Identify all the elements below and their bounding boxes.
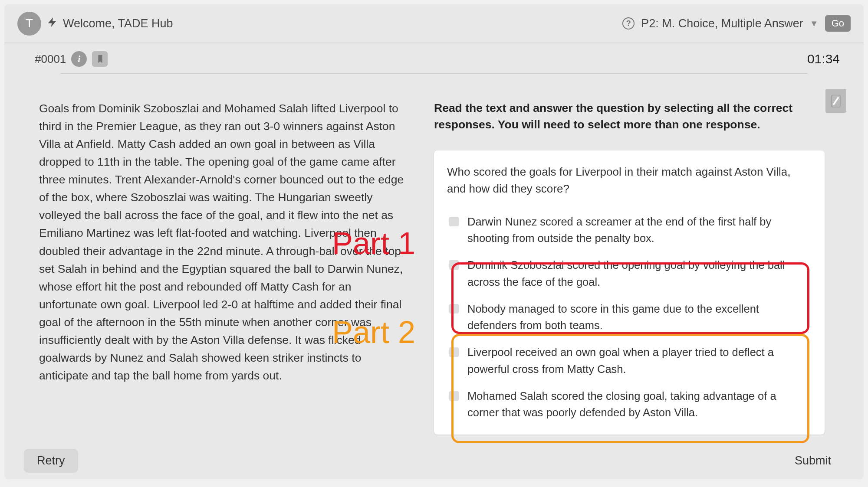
option-row[interactable]: Nobody managed to score in this game due… xyxy=(447,295,812,339)
question-id: #0001 xyxy=(35,52,66,66)
question-column: Read the text and answer the question by… xyxy=(434,100,838,435)
svg-marker-0 xyxy=(49,19,56,26)
checkbox[interactable] xyxy=(449,217,459,226)
instruction-text: Read the text and answer the question by… xyxy=(434,100,825,133)
timer: 01:34 xyxy=(807,52,840,66)
question-card: Who scored the goals for Liverpool in th… xyxy=(434,150,825,435)
checkbox[interactable] xyxy=(449,260,459,270)
passage-column: Goals from Dominik Szoboszlai and Mohame… xyxy=(39,100,412,435)
footer-bar: Retry Submit xyxy=(4,449,864,473)
submit-button[interactable]: Submit xyxy=(782,449,844,473)
option-row[interactable]: Darwin Nunez scored a screamer at the en… xyxy=(447,208,812,252)
question-text: Who scored the goals for Liverpool in th… xyxy=(447,163,812,197)
section-dropdown-label[interactable]: P2: M. Choice, Multiple Answer xyxy=(641,17,803,30)
info-icon[interactable]: i xyxy=(71,51,87,67)
option-text: Darwin Nunez scored a screamer at the en… xyxy=(467,213,809,247)
option-text: Liverpool received an own goal when a pl… xyxy=(467,344,809,377)
help-icon[interactable]: ? xyxy=(622,17,635,29)
lightning-icon xyxy=(48,16,56,30)
checkbox[interactable] xyxy=(449,391,459,401)
passage-text: Goals from Dominik Szoboszlai and Mohame… xyxy=(39,100,412,385)
retry-button[interactable]: Retry xyxy=(24,449,78,473)
header-left: T Welcome, TADE Hub xyxy=(17,12,173,36)
options-list: Darwin Nunez scored a screamer at the en… xyxy=(447,208,812,426)
chevron-down-icon[interactable]: ▼ xyxy=(810,19,819,29)
option-text: Mohamed Salah scored the closing goal, t… xyxy=(467,388,809,421)
notes-icon[interactable] xyxy=(825,89,846,113)
tag-icon[interactable] xyxy=(92,51,108,67)
welcome-text: Welcome, TADE Hub xyxy=(63,17,173,30)
content-area: Goals from Dominik Szoboszlai and Mohame… xyxy=(4,74,864,443)
info-bar-left: #0001 i xyxy=(35,51,108,67)
option-text: Dominik Szoboszlai scored the opening go… xyxy=(467,257,809,290)
option-row[interactable]: Liverpool received an own goal when a pl… xyxy=(447,339,812,382)
checkbox[interactable] xyxy=(449,304,459,314)
go-button[interactable]: Go xyxy=(825,15,851,32)
option-text: Nobody managed to score in this game due… xyxy=(467,301,809,334)
avatar[interactable]: T xyxy=(17,12,41,36)
header-right: ? P2: M. Choice, Multiple Answer ▼ Go xyxy=(622,15,851,32)
header-bar: T Welcome, TADE Hub ? P2: M. Choice, Mul… xyxy=(4,4,864,43)
option-row[interactable]: Mohamed Salah scored the closing goal, t… xyxy=(447,382,812,426)
checkbox[interactable] xyxy=(449,347,459,357)
option-row[interactable]: Dominik Szoboszlai scored the opening go… xyxy=(447,252,812,295)
info-bar: #0001 i 01:34 xyxy=(4,43,864,71)
